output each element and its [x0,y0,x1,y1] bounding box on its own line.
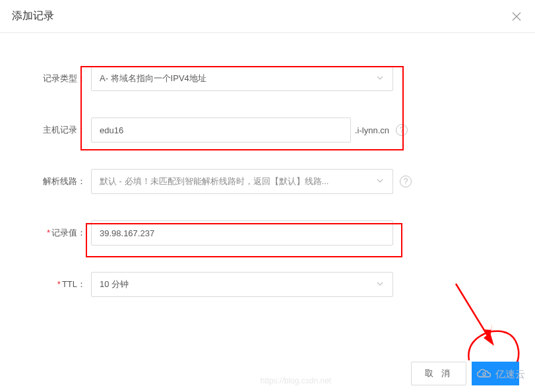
host-record-label: 主机记录： [40,124,91,136]
close-button[interactable] [511,11,522,22]
watermark: 亿速云 [476,367,525,382]
record-type-label: 记录类型： [40,73,91,84]
host-record-input[interactable] [100,118,342,142]
domain-suffix: .i-lynn.cn [355,125,389,135]
url-watermark: https://blog.csdn.net [261,376,331,385]
record-type-row: 记录类型： A- 将域名指向一个IPV4地址 [40,66,495,91]
record-type-select[interactable]: A- 将域名指向一个IPV4地址 [91,66,393,91]
ttl-label: *TTL： [40,278,91,290]
cloud-icon [476,367,492,382]
resolve-line-value: 默认 - 必填！未匹配到智能解析线路时，返回【默认】线路... [100,176,370,187]
close-icon [512,12,521,21]
chevron-down-icon [375,176,385,187]
record-value-input-wrap [91,220,393,245]
modal-body: 记录类型： A- 将域名指向一个IPV4地址 主机记录： .i-lynn.cn … [0,33,535,337]
modal-header: 添加记录 [0,0,535,33]
record-value-row: *记录值： [40,220,495,245]
record-type-value: A- 将域名指向一个IPV4地址 [100,73,370,84]
cancel-button[interactable]: 取 消 [411,362,466,385]
ttl-select[interactable]: 10 分钟 [91,272,393,297]
resolve-line-label: 解析线路： [40,176,91,187]
svg-point-5 [483,373,486,376]
resolve-line-row: 解析线路： 默认 - 必填！未匹配到智能解析线路时，返回【默认】线路... ? [40,169,495,194]
add-record-modal: 添加记录 记录类型： A- 将域名指向一个IPV4地址 主机记录： [0,0,535,392]
record-value-label: *记录值： [40,227,91,239]
host-record-row: 主机记录： .i-lynn.cn ? [40,117,495,143]
watermark-text: 亿速云 [495,368,525,381]
chevron-down-icon [375,73,385,84]
ttl-value: 10 分钟 [100,278,370,290]
ttl-row: *TTL： 10 分钟 [40,272,495,297]
host-record-input-wrap [91,117,351,143]
help-icon[interactable]: ? [396,124,408,136]
help-icon[interactable]: ? [400,176,412,187]
chevron-down-icon [375,279,385,290]
resolve-line-select[interactable]: 默认 - 必填！未匹配到智能解析线路时，返回【默认】线路... [91,169,393,194]
modal-title: 添加记录 [12,9,54,23]
record-value-input[interactable] [100,221,385,245]
